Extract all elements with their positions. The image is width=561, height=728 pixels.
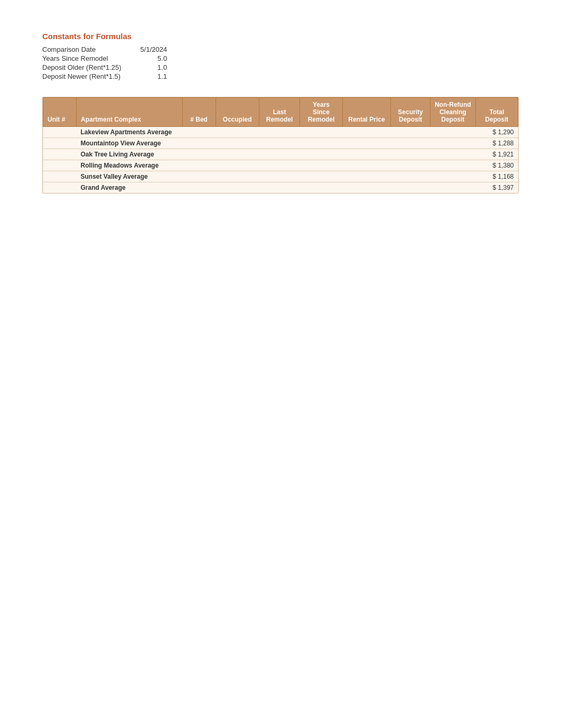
constants-table: Comparison Date 5/1/2024 Years Since Rem… <box>42 45 167 81</box>
row-total: $ 1,397 <box>475 182 518 193</box>
row-cleaning <box>430 160 475 171</box>
constant-label: Deposit Older (Rent*1.25) <box>42 63 125 72</box>
row-bed <box>182 160 216 171</box>
col-header-bed: # Bed <box>182 98 216 127</box>
row-occupied <box>216 182 259 193</box>
constant-value: 5/1/2024 <box>125 45 167 54</box>
row-rental <box>342 160 391 171</box>
col-header-security: SecurityDeposit <box>391 98 430 127</box>
row-complex: Grand Average <box>77 182 183 193</box>
constants-section: Constants for Formulas Comparison Date 5… <box>42 32 519 81</box>
table-row: Lakeview Apartments Average $ 1,290 <box>43 127 518 138</box>
table-row: Rolling Meadows Average $ 1,380 <box>43 160 518 171</box>
row-last-remodel <box>259 149 300 160</box>
row-security <box>391 127 430 138</box>
constant-label: Deposit Newer (Rent*1.5) <box>42 72 125 81</box>
constants-row: Deposit Older (Rent*1.25) 1.0 <box>42 63 167 72</box>
row-complex: Oak Tree Living Average <box>77 149 183 160</box>
col-header-cleaning: Non-RefundCleaningDeposit <box>430 98 475 127</box>
row-unit <box>43 171 77 182</box>
row-complex: Lakeview Apartments Average <box>77 127 183 138</box>
row-unit <box>43 149 77 160</box>
col-header-last-remodel: LastRemodel <box>259 98 300 127</box>
row-total: $ 1,290 <box>475 127 518 138</box>
row-occupied <box>216 171 259 182</box>
row-total: $ 1,288 <box>475 138 518 149</box>
table-row: Mountaintop View Average $ 1,288 <box>43 138 518 149</box>
row-security <box>391 138 430 149</box>
main-table-wrapper: Unit # Apartment Complex # Bed Occupied … <box>42 97 519 193</box>
row-total: $ 1,168 <box>475 171 518 182</box>
row-rental <box>342 138 391 149</box>
row-years-since <box>300 160 342 171</box>
row-rental <box>342 127 391 138</box>
row-cleaning <box>430 127 475 138</box>
row-years-since <box>300 149 342 160</box>
row-unit <box>43 127 77 138</box>
row-last-remodel <box>259 171 300 182</box>
row-occupied <box>216 160 259 171</box>
constants-title: Constants for Formulas <box>42 32 519 41</box>
col-header-rental: Rental Price <box>342 98 391 127</box>
table-row: Grand Average $ 1,397 <box>43 182 518 193</box>
constant-label: Comparison Date <box>42 45 125 54</box>
row-occupied <box>216 138 259 149</box>
row-occupied <box>216 149 259 160</box>
row-security <box>391 171 430 182</box>
constant-label: Years Since Remodel <box>42 54 125 63</box>
row-last-remodel <box>259 160 300 171</box>
row-complex: Mountaintop View Average <box>77 138 183 149</box>
constant-value: 1.0 <box>125 63 167 72</box>
row-years-since <box>300 127 342 138</box>
row-unit <box>43 182 77 193</box>
row-security <box>391 149 430 160</box>
col-header-years-since: Years SinceRemodel <box>300 98 342 127</box>
row-cleaning <box>430 182 475 193</box>
row-years-since <box>300 171 342 182</box>
row-unit <box>43 160 77 171</box>
constants-row: Comparison Date 5/1/2024 <box>42 45 167 54</box>
constant-value: 5.0 <box>125 54 167 63</box>
row-bed <box>182 171 216 182</box>
constants-row: Years Since Remodel 5.0 <box>42 54 167 63</box>
row-years-since <box>300 138 342 149</box>
row-occupied <box>216 127 259 138</box>
row-rental <box>342 149 391 160</box>
row-security <box>391 182 430 193</box>
row-total: $ 1,380 <box>475 160 518 171</box>
row-bed <box>182 182 216 193</box>
col-header-occupied: Occupied <box>216 98 259 127</box>
row-rental <box>342 171 391 182</box>
row-unit <box>43 138 77 149</box>
row-last-remodel <box>259 182 300 193</box>
row-total: $ 1,921 <box>475 149 518 160</box>
constants-row: Deposit Newer (Rent*1.5) 1.1 <box>42 72 167 81</box>
row-last-remodel <box>259 138 300 149</box>
row-bed <box>182 138 216 149</box>
table-row: Sunset Valley Average $ 1,168 <box>43 171 518 182</box>
row-rental <box>342 182 391 193</box>
col-header-unit: Unit # <box>43 98 77 127</box>
row-complex: Sunset Valley Average <box>77 171 183 182</box>
row-security <box>391 160 430 171</box>
row-cleaning <box>430 149 475 160</box>
table-row: Oak Tree Living Average $ 1,921 <box>43 149 518 160</box>
row-cleaning <box>430 171 475 182</box>
main-table: Unit # Apartment Complex # Bed Occupied … <box>43 97 518 193</box>
row-last-remodel <box>259 127 300 138</box>
row-years-since <box>300 182 342 193</box>
col-header-complex: Apartment Complex <box>77 98 183 127</box>
row-bed <box>182 149 216 160</box>
constant-value: 1.1 <box>125 72 167 81</box>
row-bed <box>182 127 216 138</box>
row-complex: Rolling Meadows Average <box>77 160 183 171</box>
table-header-row: Unit # Apartment Complex # Bed Occupied … <box>43 98 518 127</box>
row-cleaning <box>430 138 475 149</box>
col-header-total: TotalDeposit <box>475 98 518 127</box>
